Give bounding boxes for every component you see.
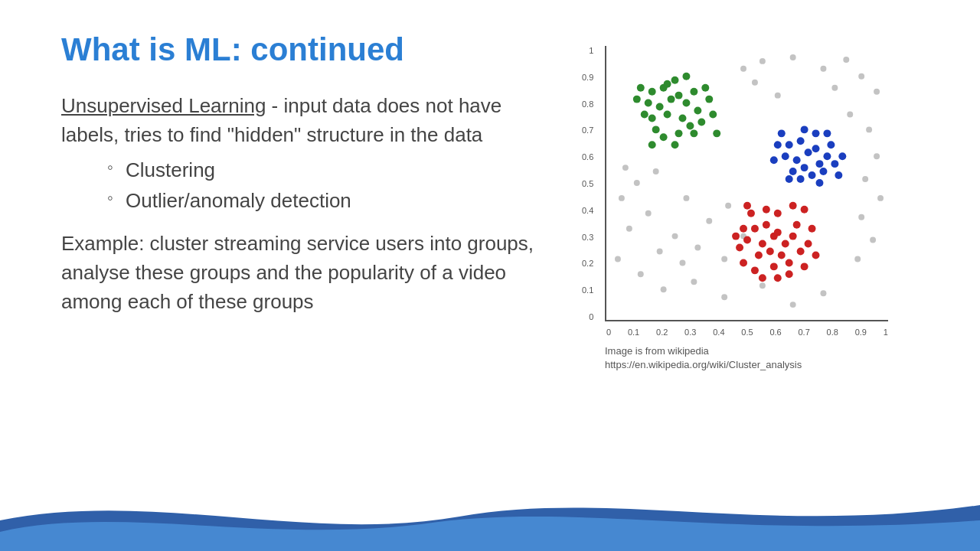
svg-point-94 bbox=[816, 179, 824, 187]
svg-point-7 bbox=[740, 66, 746, 72]
svg-point-45 bbox=[675, 92, 683, 99]
svg-point-77 bbox=[816, 160, 824, 168]
svg-point-2 bbox=[820, 66, 826, 72]
svg-point-18 bbox=[615, 256, 621, 262]
svg-point-68 bbox=[709, 111, 717, 119]
svg-point-49 bbox=[690, 88, 697, 96]
bottom-decoration bbox=[0, 482, 980, 551]
svg-point-80 bbox=[823, 152, 831, 160]
svg-point-9 bbox=[874, 89, 880, 95]
svg-point-121 bbox=[774, 274, 782, 282]
svg-point-112 bbox=[793, 221, 801, 229]
svg-point-124 bbox=[786, 270, 793, 278]
svg-point-79 bbox=[808, 171, 816, 179]
body-text-unsupervised: Unsupervised Learning - input data does … bbox=[61, 92, 551, 149]
svg-point-34 bbox=[657, 249, 663, 255]
svg-point-46 bbox=[664, 111, 671, 119]
svg-point-31 bbox=[683, 195, 689, 201]
svg-point-118 bbox=[732, 233, 740, 240]
svg-point-8 bbox=[775, 93, 781, 99]
svg-point-48 bbox=[648, 115, 656, 122]
svg-point-3 bbox=[843, 57, 849, 63]
svg-point-20 bbox=[661, 286, 667, 292]
svg-point-84 bbox=[831, 160, 838, 168]
svg-point-113 bbox=[763, 206, 770, 214]
svg-point-5 bbox=[831, 85, 838, 91]
svg-point-23 bbox=[760, 282, 766, 289]
svg-point-93 bbox=[778, 129, 786, 137]
svg-point-1 bbox=[790, 54, 796, 60]
svg-point-40 bbox=[653, 168, 659, 174]
svg-point-66 bbox=[633, 96, 641, 103]
svg-point-53 bbox=[694, 107, 701, 115]
svg-point-110 bbox=[774, 210, 782, 217]
svg-point-103 bbox=[755, 252, 763, 259]
content-area: What is ML: continued Unsupervised Learn… bbox=[0, 0, 980, 482]
svg-point-28 bbox=[634, 180, 640, 186]
svg-point-82 bbox=[819, 168, 827, 175]
svg-point-14 bbox=[877, 195, 884, 201]
svg-point-120 bbox=[759, 274, 766, 282]
svg-point-35 bbox=[694, 245, 701, 251]
slide-title: What is ML: continued bbox=[61, 31, 551, 69]
svg-point-122 bbox=[747, 210, 755, 217]
unsupervised-label: Unsupervised Learning bbox=[61, 94, 266, 117]
svg-point-6 bbox=[752, 80, 758, 86]
svg-point-83 bbox=[797, 175, 805, 183]
svg-point-100 bbox=[774, 229, 782, 236]
svg-point-81 bbox=[782, 152, 789, 160]
svg-point-24 bbox=[790, 302, 796, 308]
chart-wrapper: 1 0.9 0.8 0.7 0.6 0.5 0.4 0.3 0.2 0.1 0 bbox=[582, 38, 888, 372]
svg-point-116 bbox=[751, 266, 759, 274]
bullet-item-outlier: Outlier/anomaly detection bbox=[107, 185, 551, 216]
svg-point-115 bbox=[801, 262, 808, 270]
scatter-chart: 0 0.1 0.2 0.3 0.4 0.5 0.6 0.7 0.8 0.9 1 bbox=[605, 46, 888, 321]
svg-point-52 bbox=[652, 126, 660, 133]
svg-point-108 bbox=[770, 262, 778, 270]
chart-caption: Image is from wikipedia https://en.wikip… bbox=[605, 344, 888, 372]
svg-point-21 bbox=[691, 279, 697, 285]
svg-point-69 bbox=[682, 73, 690, 80]
svg-point-11 bbox=[866, 126, 872, 132]
svg-point-117 bbox=[789, 202, 797, 210]
right-panel: 1 0.9 0.8 0.7 0.6 0.5 0.4 0.3 0.2 0.1 0 bbox=[582, 31, 934, 467]
svg-point-92 bbox=[823, 129, 831, 137]
svg-point-73 bbox=[805, 148, 812, 156]
svg-point-36 bbox=[679, 259, 685, 266]
svg-point-97 bbox=[763, 221, 770, 229]
svg-point-70 bbox=[713, 129, 720, 137]
svg-point-13 bbox=[862, 176, 868, 182]
svg-point-59 bbox=[641, 111, 648, 119]
x-axis-labels: 0 0.1 0.2 0.3 0.4 0.5 0.6 0.7 0.8 0.9 1 bbox=[606, 328, 888, 337]
svg-point-22 bbox=[721, 294, 727, 300]
svg-point-16 bbox=[870, 237, 876, 243]
svg-point-32 bbox=[706, 218, 712, 224]
svg-point-10 bbox=[847, 112, 853, 118]
svg-point-74 bbox=[793, 156, 801, 164]
svg-point-105 bbox=[789, 233, 797, 240]
svg-point-56 bbox=[660, 133, 668, 141]
svg-point-30 bbox=[622, 165, 629, 171]
svg-point-25 bbox=[820, 290, 826, 296]
svg-point-12 bbox=[874, 153, 880, 159]
svg-point-58 bbox=[637, 84, 645, 92]
svg-point-54 bbox=[645, 99, 652, 107]
wave-svg bbox=[0, 482, 980, 551]
svg-point-44 bbox=[656, 103, 664, 111]
svg-point-41 bbox=[648, 88, 656, 96]
svg-point-61 bbox=[675, 129, 683, 137]
svg-point-114 bbox=[736, 244, 743, 252]
svg-point-63 bbox=[690, 129, 697, 137]
svg-point-43 bbox=[668, 96, 675, 103]
svg-point-0 bbox=[760, 58, 766, 64]
svg-point-85 bbox=[812, 129, 820, 137]
svg-point-76 bbox=[801, 164, 808, 171]
svg-point-91 bbox=[786, 175, 793, 183]
svg-point-126 bbox=[740, 259, 747, 266]
svg-point-106 bbox=[743, 236, 751, 244]
svg-point-119 bbox=[805, 240, 812, 248]
svg-point-47 bbox=[682, 99, 690, 107]
scatter-svg bbox=[606, 46, 888, 320]
svg-point-62 bbox=[664, 80, 671, 88]
svg-point-27 bbox=[626, 226, 632, 232]
